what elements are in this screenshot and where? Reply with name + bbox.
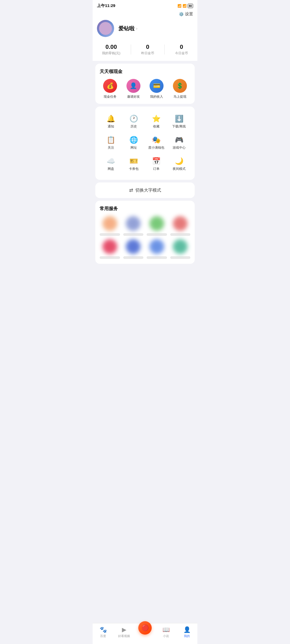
yesterday-value: 0 [141,43,154,50]
tool-nightmode[interactable]: 🌙 夜间模式 [168,154,191,175]
coupon-label: 卡券包 [129,167,139,171]
nightmode-label: 夜间模式 [173,167,186,171]
history-label: 历史 [130,124,137,129]
tool-order[interactable]: 📅 订单 [145,154,168,175]
service-item-8[interactable] [170,239,191,259]
tool-follow[interactable]: 📋 关注 [100,133,122,154]
wifi-icon: 📶 [183,4,187,8]
stats-row: 0.00 我的零钱(元) 0 昨日金币 0 今日金币 [97,43,193,56]
service-item-1[interactable] [100,216,120,236]
game-icon: 🎮 [175,136,183,143]
cash-label: 我的零钱(元) [102,51,120,56]
wallet-label: 度小满钱包 [148,145,164,150]
withdraw-icon: 💲 [173,79,187,93]
tool-history[interactable]: 🕐 历史 [122,111,145,133]
tool-netdisk[interactable]: ☁️ 网盘 [100,154,122,175]
service-item-4[interactable] [170,216,191,236]
netdisk-icon: ☁️ [107,158,115,164]
yesterday-label: 昨日金币 [141,51,154,56]
signal-icon: 📶 [177,4,182,8]
url-icon: 🌐 [129,136,138,143]
services-title: 常用服务 [100,206,190,212]
cash-task-label: 现金任务 [104,94,117,99]
favorites-label: 收藏 [153,124,160,129]
tool-download[interactable]: ⬇️ 下载/离线 [168,111,191,133]
settings-button[interactable]: ⚙️ 设置 [179,12,193,17]
tools-card: 🔔 通知 🕐 历史 ⭐ 收藏 ⬇️ 下载/离线 📋 关注 🌐 网址 🎭 度小满钱… [95,107,195,180]
username: 爱钻啦 [118,25,135,32]
services-card: 常用服务 [95,201,195,264]
stat-yesterday[interactable]: 0 昨日金币 [141,43,154,56]
order-icon: 📅 [152,158,161,164]
wallet-icon: 🎭 [152,136,161,143]
profile-chevron: › [136,26,137,31]
follow-icon: 📋 [107,136,115,143]
cash-task-item[interactable]: 💰 现金任务 [100,79,121,99]
netdisk-label: 网盘 [108,167,114,171]
withdraw-item[interactable]: 💲 马上提现 [169,79,191,99]
download-label: 下载/离线 [172,124,186,129]
withdraw-label: 马上提现 [173,94,186,99]
service-item-7[interactable] [147,239,167,259]
switch-icon: ⇄ [129,187,133,193]
game-label: 游戏中心 [173,145,186,150]
notification-label: 通知 [108,124,114,129]
profile-row: 爱钻啦 › [97,20,193,37]
username-row[interactable]: 爱钻啦 › [118,25,137,32]
today-label: 今日金币 [175,51,188,56]
tool-coupon[interactable]: 🎫 卡券包 [122,154,145,175]
invite-friend-label: 邀请好友 [127,94,140,99]
service-item-2[interactable] [123,216,144,236]
profile-section: ⚙️ 设置 爱钻啦 › 0.00 我的零钱(元) 0 昨日金币 0 今日金币 [93,9,197,61]
cash-icons-grid: 💰 现金任务 👤 邀请好友 💳 我的收入 💲 马上提现 [100,79,190,99]
tool-url[interactable]: 🌐 网址 [122,133,145,154]
cash-value: 0.00 [102,43,120,50]
nightmode-icon: 🌙 [175,158,183,164]
today-value: 0 [175,43,188,50]
coupon-icon: 🎫 [129,158,138,164]
invite-friend-item[interactable]: 👤 邀请好友 [123,79,144,99]
status-icons: 📶 📶 80 [177,4,193,8]
services-grid [100,216,190,259]
my-income-label: 我的收入 [150,94,163,99]
status-time: 上午11:29 [97,3,115,8]
url-label: 网址 [130,145,137,150]
follow-label: 关注 [108,145,114,150]
service-item-3[interactable] [147,216,167,236]
my-income-item[interactable]: 💳 我的收入 [146,79,167,99]
tools-grid: 🔔 通知 🕐 历史 ⭐ 收藏 ⬇️ 下载/离线 📋 关注 🌐 网址 🎭 度小满钱… [100,111,190,175]
status-bar: 上午11:29 📶 📶 80 [93,0,197,9]
switch-mode-card[interactable]: ⇄ 切换大字模式 [95,182,195,198]
cash-section-title: 天天领现金 [100,68,190,75]
invite-friend-icon: 👤 [126,79,140,93]
order-label: 订单 [153,167,160,171]
cash-task-icon: 💰 [103,79,117,93]
service-item-5[interactable] [100,239,120,259]
stat-cash[interactable]: 0.00 我的零钱(元) [102,43,120,56]
tool-wallet[interactable]: 🎭 度小满钱包 [145,133,168,154]
battery-icon: 80 [188,4,193,8]
settings-row: ⚙️ 设置 [97,9,193,20]
tool-game[interactable]: 🎮 游戏中心 [168,133,191,154]
service-item-6[interactable] [123,239,144,259]
notification-icon: 🔔 [107,115,115,122]
favorites-icon: ⭐ [152,115,161,122]
settings-icon: ⚙️ [179,12,184,17]
tool-notification[interactable]: 🔔 通知 [100,111,122,133]
my-income-icon: 💳 [150,79,164,93]
stat-today[interactable]: 0 今日金币 [175,43,188,56]
tool-favorites[interactable]: ⭐ 收藏 [145,111,168,133]
cash-section-card: 天天领现金 💰 现金任务 👤 邀请好友 💳 我的收入 💲 马上提现 [95,64,195,104]
switch-label: 切换大字模式 [135,188,161,193]
avatar[interactable] [97,20,114,37]
settings-label: 设置 [185,12,193,17]
download-icon: ⬇️ [175,115,183,122]
history-icon: 🕐 [129,115,138,122]
